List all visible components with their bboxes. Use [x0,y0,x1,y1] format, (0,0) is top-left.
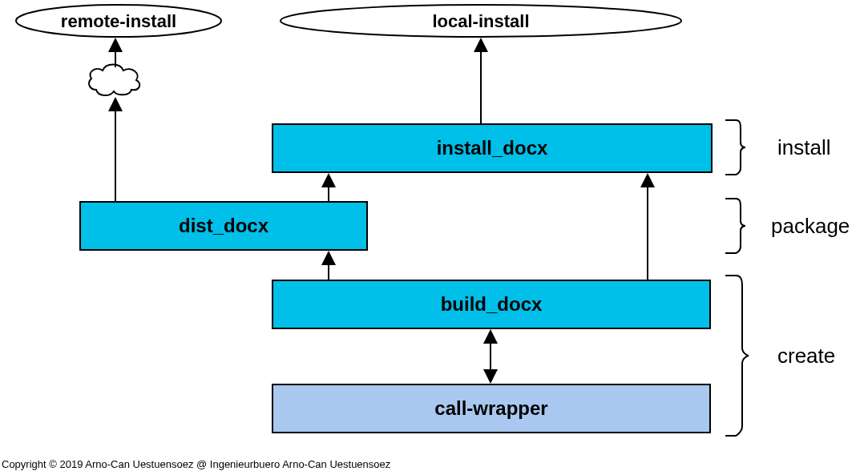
box-build-docx: build_docx [273,280,710,328]
stage-install-label: install [777,135,830,159]
bracket-package [725,199,745,253]
box-build-docx-label: build_docx [441,293,543,315]
oval-remote-install: remote-install [16,5,221,37]
oval-local-install-label: local-install [432,11,529,31]
box-dist-docx-label: dist_docx [179,215,269,236]
bracket-create [725,276,749,436]
oval-local-install: local-install [281,5,681,37]
oval-remote-install-label: remote-install [61,11,176,31]
box-call-wrapper: call-wrapper [273,384,710,433]
box-dist-docx: dist_docx [80,202,367,250]
copyright-text: Copyright © 2019 Arno-Can Uestuensoez @ … [2,458,391,470]
bracket-install [725,120,745,175]
stage-package-label: package [771,214,850,238]
cloud-icon [89,65,139,96]
box-call-wrapper-label: call-wrapper [434,397,547,419]
box-install-docx-label: install_docx [437,137,548,159]
box-install-docx: install_docx [273,124,712,172]
stage-create-label: create [777,344,835,368]
